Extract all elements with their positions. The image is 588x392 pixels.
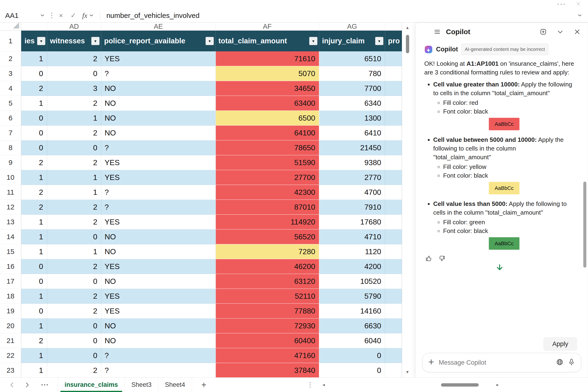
- name-box[interactable]: AA1: [0, 8, 48, 22]
- cell-property-claim[interactable]: [385, 333, 402, 348]
- filter-icon[interactable]: ▼: [309, 37, 318, 45]
- cell-injury-claim[interactable]: 6410: [319, 126, 385, 140]
- cell-witnesses[interactable]: 3: [47, 81, 101, 96]
- header-cell-witnesses[interactable]: witnesses ▼: [47, 30, 101, 51]
- cell-witnesses[interactable]: 2: [47, 200, 101, 214]
- cell-police-report[interactable]: YES: [101, 289, 216, 304]
- cell-property-claim[interactable]: [385, 214, 402, 230]
- cell-property-claim[interactable]: [385, 126, 402, 140]
- row-number[interactable]: 16: [0, 259, 21, 274]
- cell-property-claim[interactable]: [385, 259, 402, 274]
- cell-property-claim[interactable]: [385, 274, 402, 289]
- cell-property-claim[interactable]: [385, 111, 402, 126]
- cell-injury-claim[interactable]: 1120: [319, 244, 385, 259]
- row-number[interactable]: 17: [0, 274, 21, 289]
- cell-injury-claim[interactable]: 0: [319, 348, 385, 363]
- row-number[interactable]: 21: [0, 333, 21, 348]
- cell-total-claim[interactable]: 77880: [216, 304, 319, 318]
- cell-injury-claim[interactable]: 4200: [319, 259, 385, 274]
- vertical-scroll-thumb[interactable]: [406, 35, 409, 53]
- cell-total-claim[interactable]: 34650: [216, 81, 319, 96]
- cell-witnesses[interactable]: 2: [47, 363, 101, 378]
- cell-total-claim[interactable]: 60400: [216, 333, 319, 348]
- header-cell-property-claim[interactable]: pro ▼: [385, 30, 402, 51]
- row-number[interactable]: 12: [0, 200, 21, 214]
- globe-icon[interactable]: [556, 358, 564, 367]
- microphone-icon[interactable]: [568, 358, 575, 367]
- cell-vehicles-involved[interactable]: 1: [21, 230, 47, 244]
- horizontal-scroll-track[interactable]: [330, 383, 491, 386]
- cell-total-claim[interactable]: 52110: [216, 289, 319, 304]
- cell-police-report[interactable]: YES: [101, 51, 216, 66]
- cell-property-claim[interactable]: [385, 170, 402, 185]
- insert-function-button[interactable]: fx: [82, 12, 94, 20]
- cell-witnesses[interactable]: 2: [47, 155, 101, 170]
- cell-vehicles-involved[interactable]: 0: [21, 111, 47, 126]
- cell-vehicles-involved[interactable]: 1: [21, 289, 47, 304]
- cell-injury-claim[interactable]: 6340: [319, 96, 385, 111]
- cell-police-report[interactable]: NO: [101, 333, 216, 348]
- more-icon[interactable]: [310, 382, 311, 388]
- cell-vehicles-involved[interactable]: 2: [21, 333, 47, 348]
- cell-vehicles-involved[interactable]: 0: [21, 304, 47, 318]
- formula-bar-expand-icon[interactable]: [578, 14, 582, 17]
- select-all-corner[interactable]: [0, 22, 21, 30]
- cell-police-report[interactable]: ?: [101, 363, 216, 378]
- cell-total-claim[interactable]: 27700: [216, 170, 319, 185]
- cell-property-claim[interactable]: [385, 230, 402, 244]
- cell-injury-claim[interactable]: 10520: [319, 274, 385, 289]
- cell-injury-claim[interactable]: 17680: [319, 214, 385, 230]
- cell-police-report[interactable]: NO: [101, 81, 216, 96]
- cell-witnesses[interactable]: 1: [47, 170, 101, 185]
- sheet-nav-forward-icon[interactable]: [24, 382, 31, 388]
- new-chat-icon[interactable]: [540, 28, 547, 35]
- apply-button[interactable]: Apply: [544, 337, 577, 350]
- row-number[interactable]: 13: [0, 214, 21, 230]
- filter-icon[interactable]: ▼: [206, 37, 214, 45]
- cell-total-claim[interactable]: 6500: [216, 111, 319, 126]
- row-number[interactable]: 6: [0, 111, 21, 126]
- cell-police-report[interactable]: NO: [101, 230, 216, 244]
- cell-vehicles-involved[interactable]: 2: [21, 200, 47, 214]
- cell-property-claim[interactable]: [385, 244, 402, 259]
- cell-property-claim[interactable]: [385, 348, 402, 363]
- cell-total-claim[interactable]: 46200: [216, 259, 319, 274]
- row-number[interactable]: 20: [0, 318, 21, 333]
- cell-witnesses[interactable]: 0: [47, 274, 101, 289]
- row-number[interactable]: 10: [0, 170, 21, 185]
- column-letter-partial-right[interactable]: [385, 22, 402, 30]
- row-number[interactable]: 14: [0, 230, 21, 244]
- window-options-icon[interactable]: [558, 4, 565, 5]
- cell-witnesses[interactable]: 2: [47, 96, 101, 111]
- cell-property-claim[interactable]: [385, 51, 402, 66]
- cell-witnesses[interactable]: 1: [47, 185, 101, 200]
- cell-vehicles-involved[interactable]: 1: [21, 348, 47, 363]
- tab-sheet4[interactable]: Sheet4: [158, 378, 192, 392]
- cell-injury-claim[interactable]: 1300: [319, 111, 385, 126]
- cell-police-report[interactable]: NO: [101, 274, 216, 289]
- scroll-right-icon[interactable]: ►: [494, 382, 501, 387]
- cell-police-report[interactable]: YES: [101, 170, 216, 185]
- cell-property-claim[interactable]: [385, 304, 402, 318]
- cell-witnesses[interactable]: 0: [47, 333, 101, 348]
- cell-vehicles-involved[interactable]: 0: [21, 140, 47, 155]
- row-number[interactable]: 2: [0, 51, 21, 66]
- cell-property-claim[interactable]: [385, 155, 402, 170]
- cell-total-claim[interactable]: 64100: [216, 126, 319, 140]
- cell-witnesses[interactable]: 2: [47, 214, 101, 230]
- cell-witnesses[interactable]: 0: [47, 140, 101, 155]
- cell-injury-claim[interactable]: 6510: [319, 51, 385, 66]
- cell-witnesses[interactable]: 0: [47, 348, 101, 363]
- column-letter-AD[interactable]: AD: [47, 22, 101, 30]
- cell-property-claim[interactable]: [385, 140, 402, 155]
- formula-input[interactable]: number_of_vehicles_involved: [104, 12, 578, 20]
- cell-injury-claim[interactable]: 2770: [319, 170, 385, 185]
- row-number[interactable]: 1: [0, 30, 21, 51]
- cell-police-report[interactable]: NO: [101, 244, 216, 259]
- cell-injury-claim[interactable]: 780: [319, 66, 385, 81]
- cell-total-claim[interactable]: 42300: [216, 185, 319, 200]
- message-input[interactable]: [438, 359, 552, 366]
- cell-injury-claim[interactable]: 9380: [319, 155, 385, 170]
- cell-property-claim[interactable]: [385, 81, 402, 96]
- cell-police-report[interactable]: NO: [101, 126, 216, 140]
